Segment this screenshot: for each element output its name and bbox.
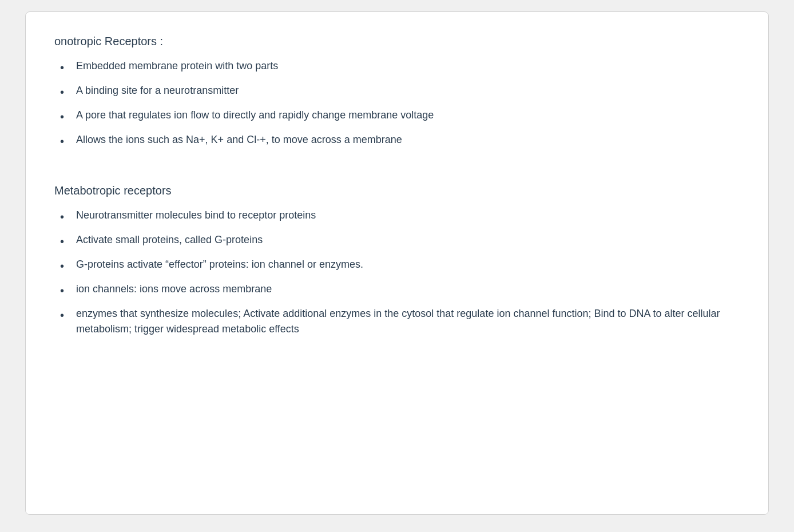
item-text: Activate small proteins, called G-protei… — [76, 232, 740, 248]
list-item: • ion channels: ions move across membran… — [60, 281, 740, 299]
bullet-icon: • — [60, 282, 76, 299]
bullet-icon: • — [60, 208, 76, 225]
item-text: Embedded membrane protein with two parts — [76, 58, 740, 74]
bullet-icon: • — [60, 233, 76, 250]
content-card: onotropic Receptors : • Embedded membran… — [25, 11, 769, 515]
item-text: A pore that regulates ion flow to direct… — [76, 108, 740, 123]
item-text: enzymes that synthesize molecules; Activ… — [76, 306, 740, 337]
ionotropic-list: • Embedded membrane protein with two par… — [60, 58, 740, 150]
metabotropic-list: • Neurotransmitter molecules bind to rec… — [60, 208, 740, 337]
item-text: Allows the ions such as Na+, K+ and Cl-+… — [76, 132, 740, 148]
item-text: Neurotransmitter molecules bind to recep… — [76, 208, 740, 223]
metabotropic-title: Metabotropic receptors — [54, 184, 740, 197]
ionotropic-section: onotropic Receptors : • Embedded membran… — [54, 35, 740, 150]
bullet-icon: • — [60, 59, 76, 76]
list-item: • enzymes that synthesize molecules; Act… — [60, 306, 740, 337]
bullet-icon: • — [60, 133, 76, 150]
item-text: G-proteins activate “effector” proteins:… — [76, 257, 740, 272]
page-container: onotropic Receptors : • Embedded membran… — [0, 0, 794, 532]
item-text: ion channels: ions move across membrane — [76, 281, 740, 297]
bullet-icon: • — [60, 307, 76, 324]
list-item: • A pore that regulates ion flow to dire… — [60, 108, 740, 125]
spacer — [54, 167, 740, 184]
ionotropic-title: onotropic Receptors : — [54, 35, 740, 48]
item-text: A binding site for a neurotransmitter — [76, 83, 740, 98]
bullet-icon: • — [60, 257, 76, 275]
list-item: • Neurotransmitter molecules bind to rec… — [60, 208, 740, 225]
list-item: • G-proteins activate “effector” protein… — [60, 257, 740, 275]
bullet-icon: • — [60, 108, 76, 125]
metabotropic-section: Metabotropic receptors • Neurotransmitte… — [54, 184, 740, 337]
list-item: • Embedded membrane protein with two par… — [60, 58, 740, 76]
list-item: • A binding site for a neurotransmitter — [60, 83, 740, 101]
bullet-icon: • — [60, 84, 76, 101]
list-item: • Allows the ions such as Na+, K+ and Cl… — [60, 132, 740, 150]
list-item: • Activate small proteins, called G-prot… — [60, 232, 740, 250]
